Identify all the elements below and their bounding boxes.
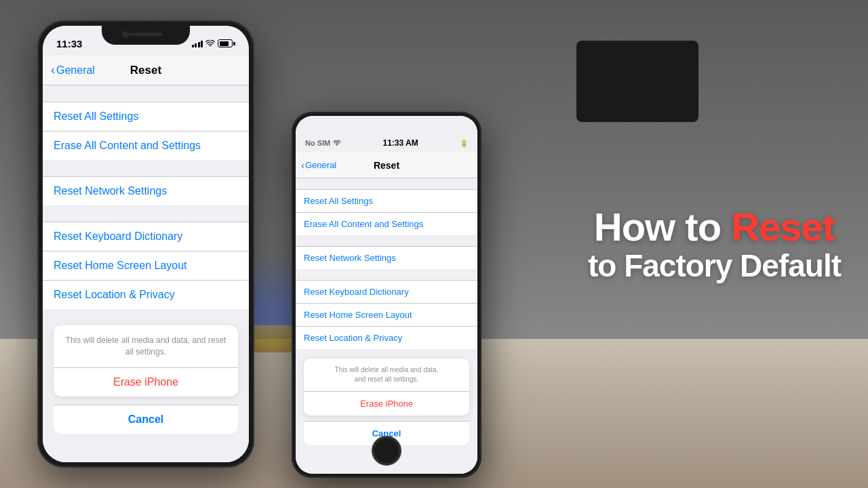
nav-title-8: Reset: [374, 160, 399, 171]
dialog-area-8: This will delete all media and data,and …: [296, 359, 477, 445]
back-chevron-x: ‹: [51, 63, 55, 77]
back-button-x[interactable]: ‹ General: [51, 63, 95, 77]
nav-bar-8: ‹ General Reset: [296, 152, 477, 178]
back-label-8: General: [305, 160, 336, 170]
wifi-icon-8: [333, 140, 341, 146]
status-icons-8: 🔋: [460, 140, 468, 147]
back-chevron-8: ‹: [301, 159, 304, 171]
overlay-how: How to: [594, 205, 731, 249]
signal-icon-x: [192, 39, 203, 47]
left-status-8: No SIM: [305, 139, 341, 147]
reset-keyboard-8[interactable]: Reset Keyboard Dictionary: [296, 280, 477, 304]
erase-iphone-button-x[interactable]: Erase iPhone: [54, 368, 238, 396]
dialog-message-8: This will delete all media and data,and …: [304, 359, 469, 391]
dialog-area-x: This will delete all media and data, and…: [43, 325, 249, 434]
section-gap-3-x: [43, 205, 249, 222]
iphone-x: 11:33: [37, 20, 254, 468]
background-monitor: [576, 41, 698, 122]
battery-icon-x: [218, 39, 235, 47]
dialog-message-x: This will delete all media and data, and…: [54, 325, 238, 367]
reset-network-x[interactable]: Reset Network Settings: [43, 176, 249, 205]
status-time-x: 11:33: [56, 38, 82, 49]
nav-bar-x: ‹ General Reset: [43, 56, 249, 85]
erase-dialog-x: This will delete all media and data, and…: [54, 325, 238, 396]
cancel-button-x[interactable]: Cancel: [54, 405, 238, 434]
home-button-8[interactable]: [372, 436, 401, 466]
reset-location-8[interactable]: Reset Location & Privacy: [296, 327, 477, 349]
iphone-8-ios-screen: No SIM 11:33 AM 🔋: [296, 116, 477, 474]
erase-all-content-x[interactable]: Erase All Content and Settings: [43, 131, 249, 160]
status-icons-x: [192, 39, 236, 47]
section-gap-1-8: [296, 178, 477, 189]
no-sim-8: No SIM: [305, 139, 330, 147]
overlay-text: How to Reset to Factory Default: [588, 205, 841, 283]
iphone-8-body: No SIM 11:33 AM 🔋: [296, 116, 477, 474]
reset-home-screen-x[interactable]: Reset Home Screen Layout: [43, 251, 249, 281]
notch-speaker: [129, 33, 163, 36]
reset-keyboard-x[interactable]: Reset Keyboard Dictionary: [43, 222, 249, 251]
overlay-reset: Reset: [731, 205, 835, 249]
reset-location-x[interactable]: Reset Location & Privacy: [43, 281, 249, 309]
status-bar-8: No SIM 11:33 AM 🔋: [296, 134, 477, 152]
battery-percent-8: 🔋: [460, 140, 468, 147]
back-label-x: General: [56, 64, 95, 77]
section-gap-1-x: [43, 85, 249, 102]
erase-dialog-8: This will delete all media and data,and …: [304, 359, 469, 415]
erase-iphone-button-8[interactable]: Erase iPhone: [304, 392, 469, 415]
notch: [102, 26, 190, 45]
erase-all-content-8[interactable]: Erase All Content and Settings: [296, 213, 477, 235]
iphone-x-body: 11:33: [43, 26, 249, 462]
iphone-x-ios-screen: 11:33: [43, 26, 249, 462]
iphone-8: No SIM 11:33 AM 🔋: [292, 112, 481, 478]
section-gap-2-x: [43, 160, 249, 176]
settings-list-x: Reset All Settings Erase All Content and…: [43, 85, 249, 309]
reset-all-settings-8[interactable]: Reset All Settings: [296, 189, 477, 213]
reset-network-8[interactable]: Reset Network Settings: [296, 246, 477, 269]
status-time-8: 11:33 AM: [383, 138, 418, 148]
iphone-x-screen: 11:33: [43, 26, 249, 462]
iphone-8-screen: No SIM 11:33 AM 🔋: [296, 116, 477, 474]
wifi-icon-x: [205, 40, 215, 47]
reset-all-settings-x[interactable]: Reset All Settings: [43, 102, 249, 131]
reset-home-screen-8[interactable]: Reset Home Screen Layout: [296, 304, 477, 327]
overlay-line1: How to Reset: [588, 205, 841, 249]
back-button-8[interactable]: ‹ General: [301, 159, 336, 171]
notch-camera: [122, 31, 129, 38]
section-gap-2-8: [296, 235, 477, 246]
overlay-line2: to Factory Default: [588, 249, 841, 283]
nav-title-x: Reset: [130, 64, 161, 77]
settings-list-8: Reset All Settings Erase All Content and…: [296, 178, 477, 349]
section-gap-3-8: [296, 269, 477, 280]
